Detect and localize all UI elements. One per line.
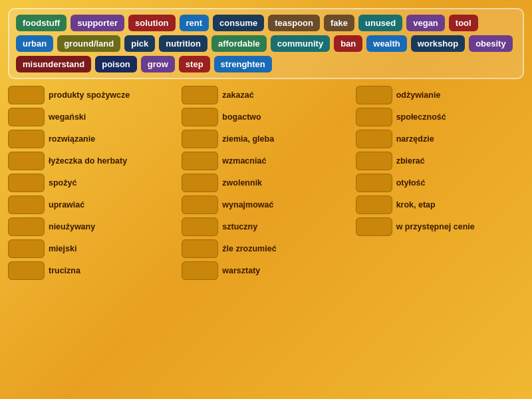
match-row: zwolennik — [182, 174, 350, 192]
column-1: produkty spożywczewegańskirozwiązaniełyż… — [8, 86, 176, 391]
match-label: łyżeczka do herbaty — [49, 156, 127, 166]
word-chip-19[interactable]: obesity — [469, 35, 513, 52]
word-chip-6[interactable]: fake — [324, 15, 354, 31]
match-row: rozwiązanie — [8, 130, 176, 148]
word-chip-24[interactable]: strenghten — [214, 56, 272, 72]
match-box[interactable] — [182, 174, 218, 192]
match-row: w przystępnej cenie — [356, 217, 524, 236]
match-box[interactable] — [182, 217, 218, 236]
match-box[interactable] — [356, 108, 392, 126]
main-container: foodstuffsupportersolutionrentconsumetea… — [0, 0, 532, 399]
match-row: zakazać — [182, 86, 350, 104]
match-row: uprawiać — [8, 196, 176, 214]
match-box[interactable] — [182, 86, 218, 104]
word-bank: foodstuffsupportersolutionrentconsumetea… — [8, 8, 524, 79]
match-label: produkty spożywcze — [49, 90, 130, 100]
match-box[interactable] — [182, 108, 218, 126]
word-chip-7[interactable]: unused — [358, 15, 402, 31]
word-chip-13[interactable]: nutrition — [159, 35, 207, 52]
match-row: spożyć — [8, 174, 176, 192]
column-2: zakazaćbogactwoziemia, glebawzmacniaćzwo… — [182, 86, 350, 391]
match-box[interactable] — [356, 174, 392, 192]
word-chip-9[interactable]: tool — [449, 15, 478, 31]
match-label: nieużywany — [49, 222, 95, 232]
match-box[interactable] — [356, 152, 392, 170]
match-box[interactable] — [182, 196, 218, 214]
match-row: produkty spożywcze — [8, 86, 176, 104]
match-row: wynajmować — [182, 196, 350, 214]
match-box[interactable] — [356, 217, 392, 236]
column-3: odżywianiespołecznośćnarzędziezbieraćoty… — [356, 86, 524, 391]
match-label: społeczność — [396, 112, 446, 122]
match-label: zakazać — [222, 90, 253, 100]
word-chip-14[interactable]: affordable — [211, 35, 267, 52]
match-box[interactable] — [182, 239, 218, 258]
word-chip-22[interactable]: grow — [141, 56, 175, 72]
match-box[interactable] — [8, 86, 45, 104]
match-box[interactable] — [8, 130, 45, 148]
match-box[interactable] — [8, 239, 45, 258]
match-row: sztuczny — [182, 217, 350, 236]
word-chip-17[interactable]: wealth — [366, 35, 406, 52]
word-chip-2[interactable]: solution — [128, 15, 176, 31]
match-label: w przystępnej cenie — [396, 222, 475, 232]
match-label: narzędzie — [396, 134, 434, 144]
match-box[interactable] — [356, 196, 392, 214]
word-chip-20[interactable]: misunderstand — [16, 56, 91, 72]
match-row: otyłość — [356, 174, 524, 192]
match-row: społeczność — [356, 108, 524, 126]
match-label: sztuczny — [222, 222, 257, 232]
word-chip-0[interactable]: foodstuff — [16, 15, 66, 31]
match-row: źle zrozumieć — [182, 239, 350, 258]
match-label: wynajmować — [222, 200, 273, 210]
word-chip-1[interactable]: supporter — [70, 15, 124, 31]
word-chip-12[interactable]: pick — [124, 35, 155, 52]
match-box[interactable] — [8, 217, 45, 236]
match-label: odżywianie — [396, 90, 441, 100]
match-row: bogactwo — [182, 108, 350, 126]
word-chip-5[interactable]: teaspoon — [268, 15, 320, 31]
word-chip-21[interactable]: poison — [95, 56, 137, 72]
match-box[interactable] — [8, 261, 45, 280]
match-label: trucizna — [49, 266, 80, 276]
match-label: zwolennik — [222, 178, 262, 188]
word-chip-8[interactable]: vegan — [406, 15, 445, 31]
match-label: warsztaty — [222, 266, 260, 276]
word-chip-11[interactable]: ground/land — [57, 35, 120, 52]
match-row: wzmacniać — [182, 152, 350, 170]
match-box[interactable] — [356, 86, 392, 104]
match-row: zbierać — [356, 152, 524, 170]
word-chip-10[interactable]: urban — [16, 35, 53, 52]
match-row: nieużywany — [8, 217, 176, 236]
match-label: wzmacniać — [222, 156, 266, 166]
match-row: miejski — [8, 239, 176, 258]
match-box[interactable] — [182, 130, 218, 148]
match-label: spożyć — [49, 178, 76, 188]
word-chip-4[interactable]: consume — [213, 15, 264, 31]
match-label: miejski — [49, 244, 76, 254]
word-chip-3[interactable]: rent — [180, 15, 209, 31]
match-box[interactable] — [8, 108, 45, 126]
match-label: ziemia, gleba — [222, 134, 274, 144]
match-box[interactable] — [182, 152, 218, 170]
word-chip-15[interactable]: community — [271, 35, 330, 52]
match-row: ziemia, gleba — [182, 130, 350, 148]
match-box[interactable] — [182, 261, 218, 280]
match-row: łyżeczka do herbaty — [8, 152, 176, 170]
match-row: narzędzie — [356, 130, 524, 148]
matching-section: produkty spożywczewegańskirozwiązaniełyż… — [8, 86, 524, 391]
word-chip-16[interactable]: ban — [334, 35, 362, 52]
match-label: źle zrozumieć — [222, 244, 276, 254]
match-box[interactable] — [356, 130, 392, 148]
match-label: otyłość — [396, 178, 426, 188]
match-box[interactable] — [8, 152, 45, 170]
word-chip-18[interactable]: workshop — [411, 35, 465, 52]
match-row: krok, etap — [356, 196, 524, 214]
match-label: rozwiązanie — [49, 134, 95, 144]
word-chip-23[interactable]: step — [179, 56, 210, 72]
match-row: warsztaty — [182, 261, 350, 280]
match-box[interactable] — [8, 196, 45, 214]
match-box[interactable] — [8, 174, 45, 192]
match-row: odżywianie — [356, 86, 524, 104]
match-label: wegański — [49, 112, 86, 122]
